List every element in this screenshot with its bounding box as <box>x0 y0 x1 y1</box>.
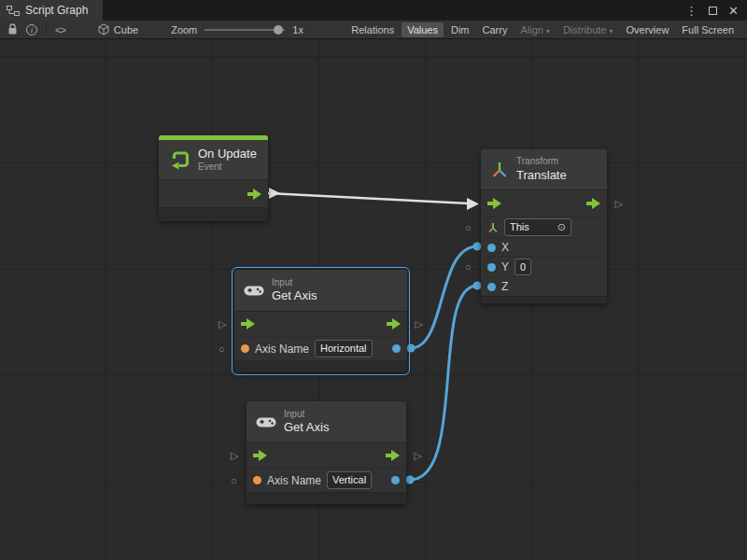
toolbar-buttons: Relations Values Dim Carry Align ▾ Distr… <box>345 22 740 37</box>
graph-icon <box>7 6 20 16</box>
distribute-button[interactable]: Distribute ▾ <box>557 22 619 37</box>
y-value: 0 <box>520 260 526 273</box>
lock-icon[interactable] <box>7 23 18 35</box>
result-port[interactable] <box>391 476 400 484</box>
node-on-update-event[interactable]: On Update Event <box>159 135 268 221</box>
result-port[interactable] <box>392 344 401 353</box>
wire-endpoint <box>406 476 415 484</box>
code-icon[interactable]: <> <box>55 24 65 35</box>
wire-control-start-arrow <box>269 188 280 199</box>
axis-name-port[interactable] <box>253 476 261 484</box>
cube-icon <box>98 23 109 35</box>
enter-port-marker: ▷ <box>218 319 226 329</box>
transform-icon <box>490 161 509 179</box>
y-value-field[interactable]: 0 <box>514 259 531 275</box>
axis-name-port[interactable] <box>241 344 249 353</box>
overview-button[interactable]: Overview <box>621 22 675 37</box>
exit-port[interactable] <box>247 189 261 200</box>
exit-port[interactable] <box>586 198 600 209</box>
node-header[interactable]: Transform Translate <box>481 149 607 190</box>
node-footer <box>247 492 406 504</box>
context-label: Cube <box>114 24 138 35</box>
axis-name-label: Axis Name <box>267 474 321 487</box>
maximize-icon[interactable] <box>709 7 717 15</box>
enter-port[interactable] <box>253 450 267 461</box>
exit-port[interactable] <box>387 318 401 329</box>
gamepad-icon <box>256 415 276 428</box>
full-screen-button[interactable]: Full Screen <box>676 22 740 37</box>
update-loop-icon <box>168 149 190 170</box>
zoom-slider[interactable] <box>204 24 285 35</box>
control-port-row: ▷ ▷ <box>234 312 407 336</box>
dim-button[interactable]: Dim <box>445 22 475 37</box>
enter-port[interactable] <box>487 198 501 209</box>
node-translate[interactable]: Transform Translate ▷ ○ This ⊙ <box>481 149 607 303</box>
zoom-control: Zoom 1x <box>171 24 303 35</box>
script-graph-window: Script Graph ⋮ ✕ i <> Cube Zoom <box>0 0 747 560</box>
wire-control-onupdate-translate <box>268 193 469 203</box>
node-category: Input <box>284 409 329 421</box>
node-title: Get Axis <box>272 288 317 303</box>
node-title: Get Axis <box>284 420 329 435</box>
axis-name-row: ○ Axis Name Vertical <box>247 468 406 492</box>
node-footer <box>481 296 607 303</box>
tab-script-graph[interactable]: Script Graph <box>0 0 103 21</box>
align-label: Align <box>520 24 543 35</box>
node-get-axis-horizontal[interactable]: Input Get Axis ▷ ▷ ○ Axis Name Horizonta… <box>234 270 407 372</box>
node-category: Transform <box>516 156 567 168</box>
carry-button[interactable]: Carry <box>477 22 514 37</box>
node-subtitle: Event <box>198 161 257 174</box>
axis-name-label: Axis Name <box>255 343 309 356</box>
node-category: Input <box>272 277 317 289</box>
node-title: On Update <box>198 147 257 161</box>
wire-control-end-arrow <box>467 198 479 210</box>
x-port[interactable] <box>487 244 496 252</box>
exit-port-marker: ▷ <box>416 319 423 329</box>
node-titles: Input Get Axis <box>284 409 329 436</box>
exit-port-marker: ▷ <box>415 451 422 461</box>
z-port-label: Z <box>501 280 508 293</box>
kebab-menu-icon[interactable]: ⋮ <box>685 5 698 17</box>
axis-name-value: Vertical <box>332 473 366 486</box>
node-header[interactable]: Input Get Axis <box>234 270 407 312</box>
this-field[interactable]: This ⊙ <box>504 218 571 235</box>
enter-port[interactable] <box>241 318 255 329</box>
y-port[interactable] <box>487 263 496 272</box>
enter-port-marker: ▷ <box>231 451 238 461</box>
info-icon[interactable]: i <box>26 24 37 35</box>
chevron-down-icon: ▾ <box>610 27 613 35</box>
gamepad-icon <box>244 284 264 297</box>
toolbar: i <> Cube Zoom 1x Relations Values Dim C… <box>0 21 747 39</box>
align-button[interactable]: Align ▾ <box>514 22 556 37</box>
toolbar-separator <box>46 23 47 35</box>
node-get-axis-vertical[interactable]: Input Get Axis ▷ ▷ ○ Axis Name Vertical <box>247 401 406 504</box>
wire-endpoint <box>407 344 416 353</box>
window-controls: ⋮ ✕ <box>685 0 747 21</box>
values-button[interactable]: Values <box>402 22 444 37</box>
z-port-row: Z <box>481 276 607 296</box>
axis-name-port-marker: ○ <box>218 343 225 354</box>
node-header[interactable]: On Update Event <box>159 140 268 180</box>
relations-button[interactable]: Relations <box>345 22 400 37</box>
axis-name-field[interactable]: Vertical <box>327 471 372 488</box>
axis-gizmo-icon <box>487 222 499 233</box>
exit-port[interactable] <box>386 450 400 461</box>
node-header[interactable]: Input Get Axis <box>247 401 406 443</box>
axis-name-port-marker: ○ <box>231 475 237 485</box>
zoom-slider-track <box>204 29 285 31</box>
node-titles: Transform Translate <box>516 156 567 183</box>
control-port-row: ▷ <box>481 190 607 217</box>
node-footer <box>159 207 268 221</box>
control-port-row <box>159 180 268 207</box>
axis-name-field[interactable]: Horizontal <box>315 340 373 357</box>
z-port[interactable] <box>487 283 496 291</box>
zoom-slider-knob[interactable] <box>274 25 283 35</box>
close-icon[interactable]: ✕ <box>728 5 739 17</box>
exit-port-marker: ▷ <box>615 199 623 209</box>
graph-canvas[interactable]: On Update Event Transform Translate <box>0 39 747 560</box>
axis-name-value: Horizontal <box>320 342 367 355</box>
zoom-label: Zoom <box>171 24 197 35</box>
chevron-down-icon: ▾ <box>546 27 550 35</box>
graph-context[interactable]: Cube <box>98 23 138 35</box>
y-port-marker: ○ <box>465 262 472 273</box>
